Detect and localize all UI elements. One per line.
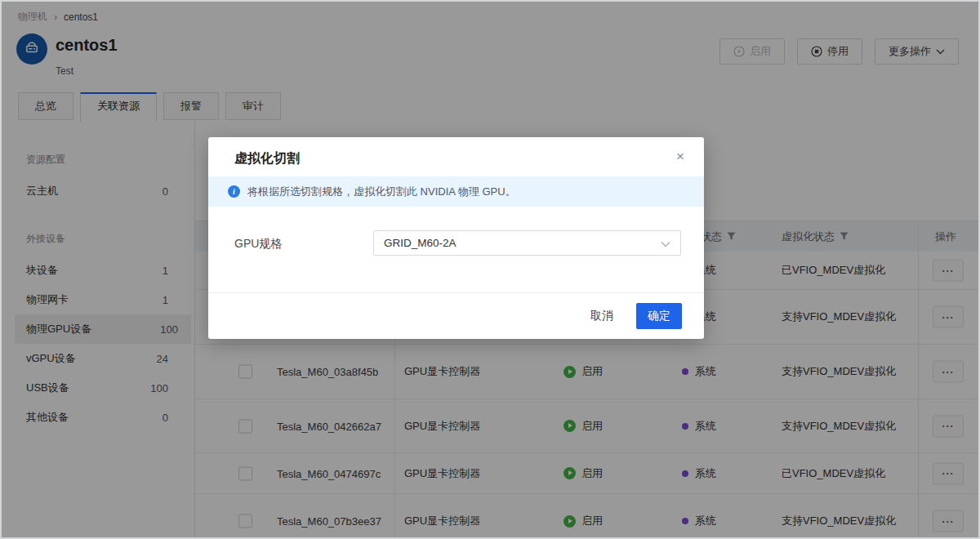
chevron-down-icon [661,236,670,251]
dialog-footer: 取消 确定 [208,292,704,339]
gpu-spec-label: GPU规格 [234,237,282,252]
physical-machine-detail-page: 物理机 › centos1 centos1 Test [2,2,978,537]
info-icon: i [228,185,240,198]
info-banner: i 将根据所选切割规格，虚拟化切割此 NVIDIA 物理 GPU。 [208,176,704,207]
virtualization-slice-dialog: 虚拟化切割 × i 将根据所选切割规格，虚拟化切割此 NVIDIA 物理 GPU… [208,137,704,339]
info-banner-text: 将根据所选切割规格，虚拟化切割此 NVIDIA 物理 GPU。 [247,185,516,199]
cancel-button[interactable]: 取消 [589,305,615,327]
gpu-spec-select[interactable]: GRID_M60-2A [373,230,681,256]
confirm-button[interactable]: 确定 [636,303,682,329]
gpu-spec-select-value: GRID_M60-2A [384,237,457,249]
close-icon[interactable]: × [673,147,688,167]
dialog-title: 虚拟化切割 [234,150,300,167]
